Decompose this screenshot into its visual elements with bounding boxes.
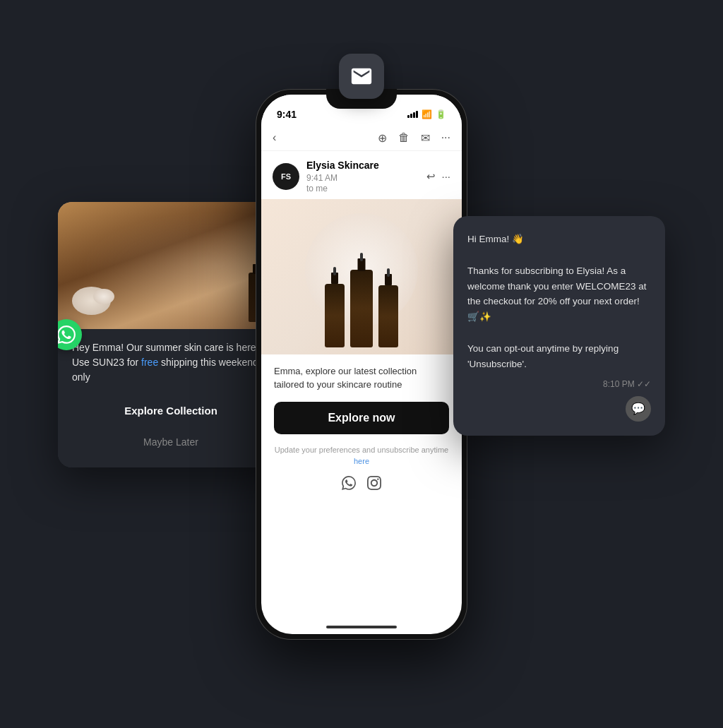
sms-message-line2: You can opt-out anytime by replying 'Uns… — [467, 341, 651, 371]
whatsapp-social-icon[interactable] — [342, 476, 356, 494]
email-actions: ↩ ··· — [426, 170, 450, 183]
sender-info: Elysia Skincare 9:41 AM to me — [306, 160, 419, 193]
delete-button[interactable]: 🗑 — [398, 131, 410, 144]
phone-screen: 9:41 📶 🔋 ‹ ⊕ 🗑 ✉ — [261, 95, 462, 634]
instagram-social-icon[interactable] — [367, 476, 381, 494]
sender-to: to me — [306, 184, 419, 193]
wifi-icon: 📶 — [422, 109, 432, 119]
compose-button[interactable]: ✉ — [421, 131, 430, 145]
status-icons: 📶 🔋 — [407, 109, 446, 119]
whatsapp-maybe-later-button[interactable]: Maybe Later — [72, 431, 270, 453]
sms-avatar: 💬 — [626, 396, 651, 422]
email-body-text: Emma, explore our latest collection tail… — [274, 364, 449, 392]
whatsapp-card-body: Hey Emma! Our summer skin care is here! … — [58, 329, 284, 467]
whatsapp-card-image — [58, 202, 284, 329]
sender-avatar: FS — [273, 163, 299, 190]
signal-icon — [407, 111, 418, 118]
product-bottles — [325, 270, 398, 347]
email-product-image — [261, 199, 462, 354]
sms-timestamp: 8:10 PM ✓✓ — [467, 379, 651, 389]
main-scene: Hey Emma! Our summer skin care is here! … — [58, 61, 665, 668]
status-time: 9:41 — [277, 109, 297, 120]
whatsapp-message-text: Hey Emma! Our summer skin care is here! … — [72, 340, 270, 385]
whatsapp-explore-button[interactable]: Explore Collection — [72, 396, 270, 425]
back-button[interactable]: ‹ — [273, 131, 276, 144]
phone-home-indicator — [326, 626, 397, 628]
whatsapp-icon — [58, 326, 76, 344]
decorative-stone2 — [93, 289, 114, 304]
email-body: Emma, explore our latest collection tail… — [261, 354, 462, 503]
phone-frame: 9:41 📶 🔋 ‹ ⊕ 🗑 ✉ — [256, 89, 467, 640]
bottle-3 — [378, 285, 398, 347]
unsubscribe-link[interactable]: here — [354, 457, 369, 465]
mail-badge-icon — [339, 54, 384, 99]
reply-button[interactable]: ↩ — [426, 170, 436, 183]
sms-card: Hi Emma! 👋 Thanks for subscribing to Ely… — [453, 216, 665, 436]
add-to-calendar-button[interactable]: ⊕ — [378, 131, 387, 145]
email-more-button[interactable]: ··· — [441, 170, 450, 182]
bottle-2 — [350, 270, 373, 347]
email-sender-row: FS Elysia Skincare 9:41 AM to me ↩ ··· — [261, 151, 462, 199]
mail-icon — [349, 64, 374, 88]
email-footer-text: Update your preferences and unsubscribe … — [274, 444, 449, 467]
battery-icon: 🔋 — [436, 109, 446, 119]
whatsapp-card: Hey Emma! Our summer skin care is here! … — [58, 202, 284, 467]
email-social-icons — [274, 476, 449, 494]
explore-now-button[interactable]: Explore now — [274, 402, 449, 434]
sms-message-line1: Thanks for subscribing to Elysia! As a w… — [467, 263, 651, 324]
sender-time: 9:41 AM — [306, 173, 337, 183]
bottle-1 — [325, 284, 345, 347]
email-toolbar: ‹ ⊕ 🗑 ✉ ··· — [261, 126, 462, 151]
sender-name: Elysia Skincare — [306, 160, 419, 171]
sms-greeting: Hi Emma! 👋 — [467, 232, 651, 247]
more-options-button[interactable]: ··· — [441, 131, 450, 144]
